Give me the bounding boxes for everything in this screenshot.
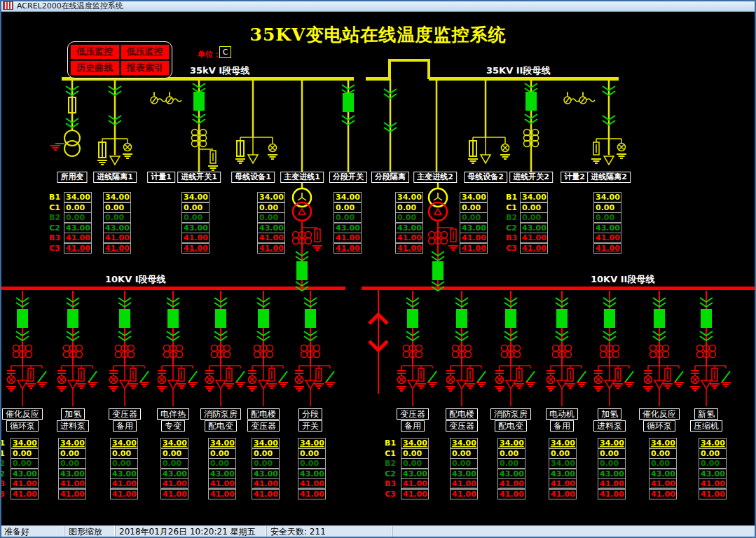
temp-cell: 0.00 <box>450 448 478 459</box>
temp-cell: 43.00 <box>11 469 39 479</box>
phase-row-label: B2 <box>506 213 517 222</box>
upper-bay-label[interactable]: 进线隔离1 <box>93 172 137 183</box>
temp-cell: 0.00 <box>649 448 677 459</box>
phase-row-label: C2 <box>385 469 396 478</box>
temp-cell: 41.00 <box>298 489 326 499</box>
upper-bay-label[interactable]: 计量2 <box>561 172 589 183</box>
temp-cell: 0.00 <box>497 458 525 469</box>
upper-bay-label[interactable]: 所用变 <box>57 172 88 183</box>
lower-bay-label-line2: 变压器 <box>446 420 478 432</box>
lower-bay-label[interactable]: 加氢进料泵 <box>57 408 89 432</box>
lower-bay-label[interactable]: 电动机备用 <box>546 408 578 432</box>
upper-bay-label[interactable]: 主变进线2 <box>413 172 457 183</box>
temp-cell: 0.00 <box>699 458 727 469</box>
temp-cell: 41.00 <box>460 243 488 254</box>
upper-bay-label[interactable]: 进线开关2 <box>509 172 553 183</box>
lower-bay-label[interactable]: 配电楼变压器 <box>446 408 478 432</box>
temp-cell: 43.00 <box>593 223 621 233</box>
temp-cell: 0.00 <box>160 448 188 459</box>
temp-cell: 0.00 <box>395 212 423 223</box>
temp-cell: 41.00 <box>11 478 39 489</box>
phase-row-label: B2 <box>385 459 396 468</box>
lower-bay-label[interactable]: 消防泵房配电变 <box>490 408 531 432</box>
lower-bay-label[interactable]: 催化反应循环泵 <box>2 408 43 432</box>
phase-row-label: B2 <box>49 213 60 222</box>
lower-bay-label-line2: 循环泵 <box>643 420 675 432</box>
lower-bay-label-line1: 催化反应 <box>639 408 680 420</box>
lower-bay-label[interactable]: 变压器备用 <box>109 408 141 432</box>
temp-cell: 43.00 <box>699 469 727 479</box>
temp-cell: 43.00 <box>460 223 488 233</box>
temp-cell: 0.00 <box>103 212 131 223</box>
temp-cell: 41.00 <box>334 243 362 254</box>
temp-cell: 34.00 <box>549 438 577 448</box>
phase-row-label: C1 <box>385 449 396 458</box>
upper-bay-label[interactable]: 母线设备2 <box>464 172 507 183</box>
phase-row-label: B2 <box>0 459 5 468</box>
temp-cell: 41.00 <box>252 478 280 489</box>
temp-cell: 41.00 <box>401 478 429 489</box>
upper-bay-label[interactable]: 分段开关 <box>329 172 367 183</box>
temp-cell: 43.00 <box>549 469 577 479</box>
lower-bay-label[interactable]: 变压器备用 <box>397 408 429 432</box>
upper-bay-label[interactable]: 进线隔离2 <box>587 172 631 183</box>
temp-cell: 34.00 <box>549 458 577 469</box>
temp-cell: 41.00 <box>520 233 548 243</box>
lower-bay-label[interactable]: 分段开关 <box>298 408 322 432</box>
temp-cell: 34.00 <box>257 192 285 202</box>
temp-cell: 34.00 <box>401 438 429 448</box>
temp-cell: 34.00 <box>208 438 236 448</box>
temp-cell: 41.00 <box>257 233 285 243</box>
temp-cell: 0.00 <box>460 202 488 213</box>
lower-bay-label-line1: 变压器 <box>109 408 141 420</box>
temp-cell: 43.00 <box>520 223 548 233</box>
temp-cell: 43.00 <box>298 469 326 479</box>
phase-row-label: C3 <box>506 244 517 253</box>
phase-row-label: C1 <box>49 203 60 212</box>
lower-bay-label-line2: 备用 <box>550 420 574 432</box>
temp-cell: 41.00 <box>450 478 478 489</box>
phase-row-label: B3 <box>385 479 396 488</box>
lower-bay-label[interactable]: 配电楼变压器 <box>247 408 280 432</box>
upper-bay-label[interactable]: 分段隔离 <box>371 172 409 183</box>
temp-cell: 43.00 <box>103 223 131 233</box>
temp-cell: 41.00 <box>450 489 478 499</box>
phase-row-label: C2 <box>506 223 517 233</box>
lower-bay-label[interactable]: 催化反应循环泵 <box>639 408 680 432</box>
upper-bay-label[interactable]: 主变进线1 <box>280 172 324 183</box>
upper-bay-label[interactable]: 母线设备1 <box>231 172 275 183</box>
phase-row-label: C2 <box>0 469 5 478</box>
temp-cell: 41.00 <box>699 489 727 499</box>
temp-cell: 43.00 <box>649 469 677 479</box>
lower-bay-label-line2: 备用 <box>113 420 137 432</box>
temp-cell: 0.00 <box>520 212 548 223</box>
phase-row-label: B3 <box>506 233 517 242</box>
lower-bay-label-line2: 备用 <box>401 420 425 432</box>
lower-bay-label-line1: 分段 <box>298 408 322 420</box>
temp-cell: 43.00 <box>64 223 92 233</box>
lower-bay-label[interactable]: 加氢进料泵 <box>593 408 626 432</box>
lower-bay-label[interactable]: 电伴热专变 <box>157 408 189 432</box>
temp-cell: 34.00 <box>11 438 39 448</box>
temp-cell: 34.00 <box>64 192 92 202</box>
lower-bay-label-line1: 消防泵房 <box>200 408 241 420</box>
temp-cell: 0.00 <box>257 202 285 213</box>
temp-cell: 0.00 <box>593 212 621 223</box>
lower-bay-label[interactable]: 新氢压缩机 <box>690 408 722 432</box>
temp-cell: 41.00 <box>699 478 727 489</box>
temp-cell: 34.00 <box>110 438 138 448</box>
app-icon <box>3 1 13 10</box>
lower-bay-label[interactable]: 消防泵房配电变 <box>200 408 241 432</box>
temp-cell: 34.00 <box>649 438 677 448</box>
phase-row-label: B3 <box>0 479 5 488</box>
temp-cell: 0.00 <box>520 202 548 213</box>
temp-cell: 41.00 <box>649 489 677 499</box>
temp-cell: 34.00 <box>58 438 86 448</box>
lower-bay-label-line2: 压缩机 <box>690 420 722 432</box>
upper-bay-label[interactable]: 进线开关1 <box>177 172 221 183</box>
upper-bay-label[interactable]: 计量1 <box>147 172 175 183</box>
temp-cell: 0.00 <box>649 458 677 469</box>
temp-cell: 0.00 <box>395 202 423 213</box>
status-bar: 准备好 图形缩放 2018年01月26日 10:20:21 星期五 安全天数: … <box>0 525 756 538</box>
temp-cell: 41.00 <box>208 478 236 489</box>
